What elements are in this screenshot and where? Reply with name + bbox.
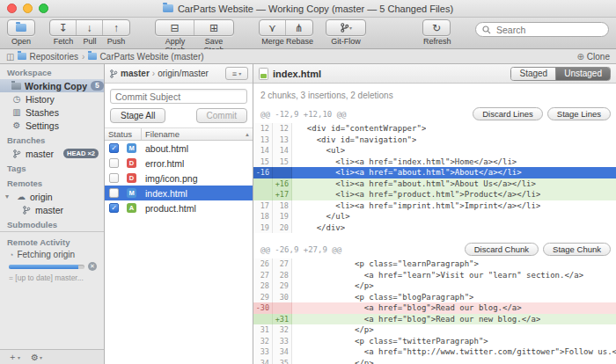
- commit-subject-input[interactable]: [110, 89, 247, 104]
- stage-all-button[interactable]: Stage All: [110, 108, 165, 123]
- diff-line-text: </div>: [292, 222, 345, 234]
- title-bar[interactable]: CarParts Website — Working Copy (master …: [0, 0, 616, 18]
- diff-line[interactable]: 3132 </p>: [253, 324, 616, 336]
- diff-line[interactable]: 3233 <p class="twitterParagraph">: [253, 336, 616, 347]
- new-line-number: 18: [273, 200, 292, 212]
- activity-progress-row: ✕: [0, 259, 104, 271]
- stage-checkbox[interactable]: [109, 158, 119, 168]
- sync-group: ↧ ↓ ↑ Fetch Pull Push: [49, 19, 130, 46]
- search-input[interactable]: [495, 24, 602, 36]
- breadcrumb-current-repo[interactable]: CarParts Website (master): [88, 52, 203, 62]
- file-row[interactable]: Mindex.html: [105, 186, 253, 200]
- file-row[interactable]: Dimg/icon.png: [105, 171, 253, 186]
- stage-checkbox[interactable]: [109, 173, 119, 183]
- sidebar-item-settings[interactable]: ⚙ Settings: [0, 119, 104, 132]
- action-menu-button[interactable]: ⚙▾: [31, 353, 42, 362]
- diff-line-text: <li><a href="about.html">About Us</a></l…: [292, 178, 536, 190]
- diff-line[interactable]: -16 <li><a href="about.html">About</a></…: [253, 167, 616, 178]
- sidebar-item-working-copy[interactable]: Working Copy 5: [0, 79, 104, 92]
- diff-line[interactable]: +17 <li><a href="product.html">Product</…: [253, 189, 616, 200]
- stage-chunk-button[interactable]: Stage Chunk: [543, 243, 611, 256]
- action-caret-icon: ▾: [40, 354, 42, 360]
- tracking-branch-label[interactable]: origin/master: [158, 69, 209, 78]
- clone-button[interactable]: ⊕ Clone: [576, 52, 610, 62]
- chunk-1-lines: 1212 <div id="contentWrapper">1313 <div …: [253, 123, 616, 233]
- sidebar-item-remote-master[interactable]: master: [0, 203, 104, 216]
- diff-line[interactable]: 1414 <ul>: [253, 145, 616, 157]
- file-list-header[interactable]: Status Filename ▲: [105, 127, 253, 141]
- view-options-button[interactable]: ≡▾: [225, 67, 248, 80]
- status-column-header[interactable]: Status: [105, 128, 142, 140]
- new-line-number: 33: [273, 336, 292, 347]
- current-branch-label[interactable]: master: [121, 69, 150, 78]
- gitflow-group: ▾ Git-Flow: [326, 19, 366, 46]
- remote-origin-label: origin: [30, 192, 53, 202]
- sidebar-item-branch-master[interactable]: master HEAD ×2: [0, 147, 104, 160]
- diff-line[interactable]: 1212 <div id="contentWrapper">: [253, 123, 616, 135]
- stage-checkbox[interactable]: ✓: [109, 203, 119, 213]
- disclosure-triangle-icon[interactable]: ▾: [5, 193, 12, 200]
- sidebar-item-history[interactable]: ◷ History: [0, 92, 104, 106]
- old-line-number: [253, 314, 273, 325]
- diff-line[interactable]: 2930 <p class="blogParagraph">: [253, 292, 616, 303]
- merge-button[interactable]: ⋎: [260, 20, 286, 35]
- diff-line[interactable]: 1920 </div>: [253, 222, 616, 234]
- refresh-group: ↻ Refresh: [422, 19, 451, 46]
- diff-line[interactable]: +31 <a href="blog">Read our new blog.</a…: [253, 314, 616, 325]
- refresh-icon: ↻: [432, 22, 441, 34]
- old-line-number: 33: [253, 346, 273, 358]
- diff-line[interactable]: 3435 </p>: [253, 358, 616, 364]
- chunk-1-range: @@ -12,9 +12,10 @@: [260, 110, 347, 119]
- diff-line[interactable]: 3334 <a href="http://www.twitter.com/git…: [253, 346, 616, 358]
- git-flow-button[interactable]: ▾: [326, 20, 365, 35]
- diff-line[interactable]: 2728 <a href="learn">Visit our "learn" s…: [253, 270, 616, 281]
- window-title-text: CarParts Website — Working Copy (master …: [178, 4, 453, 14]
- diff-line[interactable]: +16 <li><a href="about.html">About Us</a…: [253, 178, 616, 190]
- search-field[interactable]: [475, 22, 609, 37]
- merge-label: Merge: [260, 37, 286, 46]
- push-button[interactable]: ↑: [103, 20, 129, 35]
- git-flow-label: Git-Flow: [326, 37, 365, 46]
- zoom-button[interactable]: [39, 4, 48, 13]
- discard-chunk-button[interactable]: Discard Chunk: [465, 243, 539, 256]
- breadcrumb-repositories[interactable]: Repositories: [18, 52, 78, 62]
- open-button[interactable]: [8, 20, 34, 35]
- rebase-button[interactable]: ⋔: [286, 20, 312, 35]
- file-name: index.html: [145, 188, 187, 199]
- add-button[interactable]: ＋▾: [8, 351, 20, 363]
- minimize-button[interactable]: [23, 4, 33, 13]
- commit-button[interactable]: Commit: [196, 108, 247, 123]
- old-line-number: 18: [253, 211, 273, 222]
- sidebar-item-stashes[interactable]: ▥ Stashes: [0, 106, 104, 119]
- pull-button[interactable]: ↓: [77, 20, 103, 35]
- progress-bar: [9, 265, 84, 269]
- stage-lines-button[interactable]: Stage Lines: [547, 107, 611, 120]
- sidebar-item-remote-origin[interactable]: ▾ ☁ origin: [0, 190, 104, 203]
- apply-stash-button[interactable]: ⊟: [156, 20, 194, 35]
- diff-line-text: </p>: [292, 358, 374, 364]
- diff-line[interactable]: 1819 </ul>: [253, 211, 616, 222]
- fetch-button[interactable]: ↧: [50, 20, 77, 35]
- file-row[interactable]: ✓Aproduct.html: [105, 200, 253, 215]
- diff-line[interactable]: 1718 <li><a href="imprint.html">Imprint<…: [253, 200, 616, 212]
- unstaged-tab[interactable]: Unstaged: [556, 68, 610, 80]
- filename-column-header[interactable]: Filename ▲: [142, 129, 253, 139]
- file-row[interactable]: ✓Mabout.html: [105, 141, 253, 156]
- cancel-fetch-button[interactable]: ✕: [88, 262, 97, 271]
- staged-tab[interactable]: Staged: [511, 68, 556, 80]
- stage-checkbox[interactable]: ✓: [109, 143, 119, 153]
- diff-line[interactable]: 2627 <p class="learnParagraph">: [253, 258, 616, 270]
- file-row[interactable]: Derror.html: [105, 156, 253, 171]
- discard-lines-button[interactable]: Discard Lines: [473, 107, 543, 120]
- diff-line[interactable]: 2829 </p>: [253, 280, 616, 292]
- diff-line[interactable]: -30 <a href="blog">Read our blog.</a>: [253, 302, 616, 314]
- chunk-2-header: @@ -26,9 +27,9 @@ Discard Chunk Stage Ch…: [253, 242, 616, 258]
- search-icon: [482, 25, 491, 34]
- stage-checkbox[interactable]: [109, 188, 119, 198]
- refresh-button[interactable]: ↻: [423, 20, 450, 35]
- diff-line[interactable]: 1515 <li><a href="index.html">Home</a></…: [253, 157, 616, 168]
- sidebar-toggle-icon[interactable]: ◫: [6, 52, 14, 62]
- close-button[interactable]: [7, 4, 17, 13]
- diff-line[interactable]: 1313 <div id="navigation">: [253, 135, 616, 146]
- save-stash-button[interactable]: ⊞: [194, 20, 233, 35]
